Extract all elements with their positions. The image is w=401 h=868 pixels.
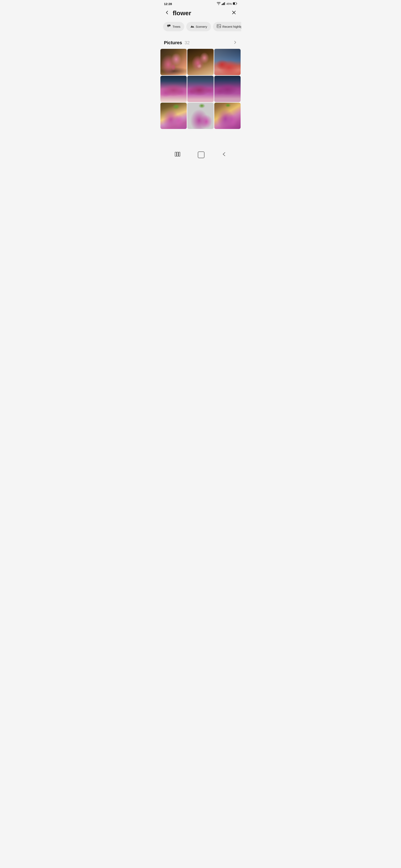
status-icons: 45% [217, 2, 237, 6]
filter-trees[interactable]: Trees [163, 22, 184, 31]
section-title-wrap: Pictures 32 [164, 40, 190, 45]
recent-apps-button[interactable] [170, 150, 185, 159]
svg-point-9 [169, 25, 171, 27]
trees-label: Trees [173, 25, 180, 28]
back-nav-button[interactable] [217, 150, 231, 159]
section-header: Pictures 32 [160, 34, 241, 49]
header: flower [160, 7, 241, 19]
photo-item[interactable] [161, 76, 187, 102]
svg-rect-14 [177, 152, 178, 156]
battery-percent: 45% [226, 2, 232, 5]
section-count: 32 [184, 40, 190, 45]
home-icon [198, 152, 204, 158]
section-title: Pictures [164, 40, 182, 45]
svg-rect-1 [223, 4, 223, 5]
filter-scenery[interactable]: Scenery [186, 22, 211, 31]
photo-item[interactable] [161, 103, 187, 129]
photo-item[interactable] [214, 76, 240, 102]
trees-icon [167, 24, 171, 29]
section-arrow[interactable] [233, 40, 237, 45]
status-time: 12:28 [164, 2, 172, 6]
highlights-icon [217, 24, 221, 29]
scenery-label: Scenery [196, 25, 207, 28]
close-button[interactable] [231, 9, 237, 17]
back-button[interactable] [164, 9, 170, 17]
svg-rect-2 [223, 3, 224, 5]
photo-item[interactable] [161, 49, 187, 75]
svg-rect-4 [225, 2, 225, 5]
photo-item[interactable] [187, 103, 214, 129]
photo-item[interactable] [187, 49, 214, 75]
signal-icon [222, 2, 225, 6]
svg-rect-0 [222, 4, 222, 5]
home-button[interactable] [193, 150, 209, 160]
photo-item[interactable] [214, 103, 240, 129]
search-title: flower [173, 9, 231, 17]
svg-point-12 [218, 25, 218, 26]
scenery-icon [190, 24, 194, 29]
photo-item[interactable] [187, 76, 214, 102]
svg-rect-3 [224, 2, 225, 5]
svg-rect-15 [179, 152, 180, 156]
svg-rect-10 [168, 26, 168, 27]
battery-icon [233, 2, 237, 5]
photo-grid [160, 49, 241, 129]
photo-item[interactable] [214, 49, 240, 75]
status-bar: 12:28 45% [160, 0, 241, 7]
highlights-label: Recent highlights [223, 25, 241, 28]
wifi-icon [217, 2, 221, 6]
filter-recent-highlights[interactable]: Recent highlights [213, 22, 241, 31]
svg-rect-7 [233, 3, 235, 5]
bottom-nav [160, 146, 241, 166]
svg-rect-13 [175, 152, 176, 156]
svg-rect-6 [237, 3, 237, 4]
filter-row: Trees Scenery Recent highlights [160, 19, 241, 34]
